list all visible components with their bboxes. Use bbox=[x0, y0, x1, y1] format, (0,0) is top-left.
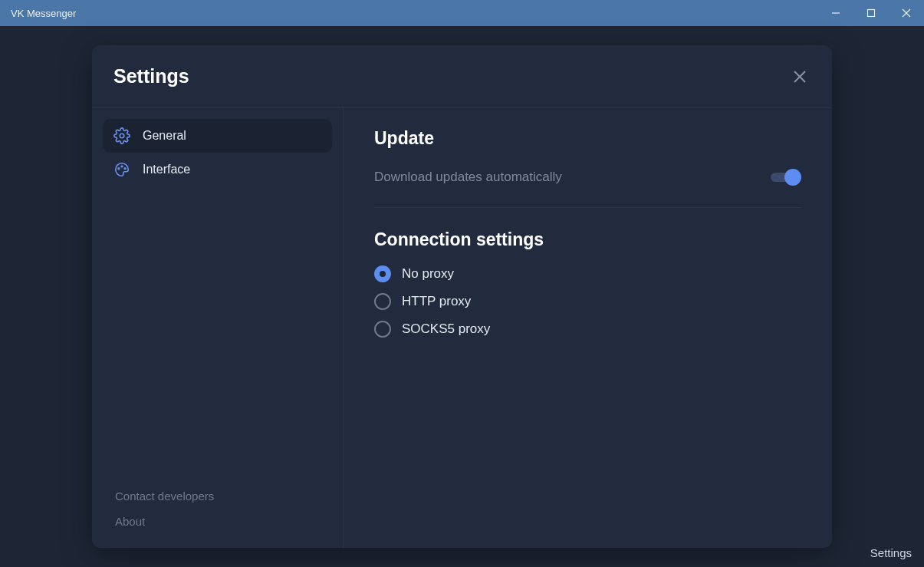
section-title-connection: Connection settings bbox=[374, 229, 801, 250]
svg-point-8 bbox=[121, 166, 123, 167]
sidebar-item-label: Interface bbox=[143, 163, 190, 176]
app-stage: Settings General bbox=[0, 26, 924, 567]
about-link[interactable]: About bbox=[103, 509, 332, 534]
radio-indicator bbox=[374, 265, 391, 282]
window-close-button[interactable] bbox=[889, 0, 924, 26]
radio-indicator bbox=[374, 293, 391, 310]
auto-update-label: Download updates automatically bbox=[374, 170, 562, 185]
settings-sidebar: General Interface Contact developers Abo… bbox=[92, 108, 344, 548]
toggle-knob bbox=[784, 169, 801, 186]
radio-label: No proxy bbox=[402, 266, 454, 282]
window-minimize-button[interactable] bbox=[818, 0, 853, 26]
radio-http-proxy[interactable]: HTTP proxy bbox=[374, 293, 801, 310]
svg-point-7 bbox=[118, 168, 120, 170]
section-title-update: Update bbox=[374, 128, 801, 149]
gear-icon bbox=[113, 127, 130, 144]
radio-label: SOCKS5 proxy bbox=[402, 321, 490, 337]
radio-indicator bbox=[374, 321, 391, 338]
settings-content: Update Download updates automatically Co… bbox=[344, 108, 832, 548]
window-titlebar: VK Messenger bbox=[0, 0, 924, 26]
dialog-body: General Interface Contact developers Abo… bbox=[92, 108, 832, 548]
sidebar-item-general[interactable]: General bbox=[103, 119, 332, 153]
statusbar-label[interactable]: Settings bbox=[870, 546, 912, 559]
radio-no-proxy[interactable]: No proxy bbox=[374, 265, 801, 282]
window-maximize-button[interactable] bbox=[853, 0, 889, 26]
close-icon bbox=[793, 70, 807, 84]
sidebar-item-interface[interactable]: Interface bbox=[103, 153, 332, 186]
proxy-options: No proxy HTTP proxy SOCKS5 proxy bbox=[374, 265, 801, 338]
row-auto-update: Download updates automatically bbox=[374, 164, 801, 203]
radio-socks5-proxy[interactable]: SOCKS5 proxy bbox=[374, 321, 801, 338]
svg-rect-1 bbox=[868, 10, 875, 17]
divider bbox=[374, 207, 801, 208]
contact-developers-link[interactable]: Contact developers bbox=[103, 483, 332, 509]
dialog-header: Settings bbox=[92, 45, 832, 108]
radio-label: HTTP proxy bbox=[402, 294, 471, 309]
svg-point-9 bbox=[124, 168, 126, 170]
dialog-title: Settings bbox=[113, 65, 789, 87]
maximize-icon bbox=[866, 8, 876, 18]
minimize-icon bbox=[831, 8, 840, 18]
dialog-close-button[interactable] bbox=[789, 66, 811, 87]
sidebar-item-label: General bbox=[143, 129, 186, 143]
auto-update-toggle[interactable] bbox=[771, 169, 801, 186]
svg-point-6 bbox=[120, 134, 124, 138]
window-title: VK Messenger bbox=[0, 8, 76, 19]
palette-icon bbox=[113, 161, 130, 178]
settings-dialog: Settings General bbox=[92, 45, 832, 548]
close-icon bbox=[902, 8, 911, 18]
